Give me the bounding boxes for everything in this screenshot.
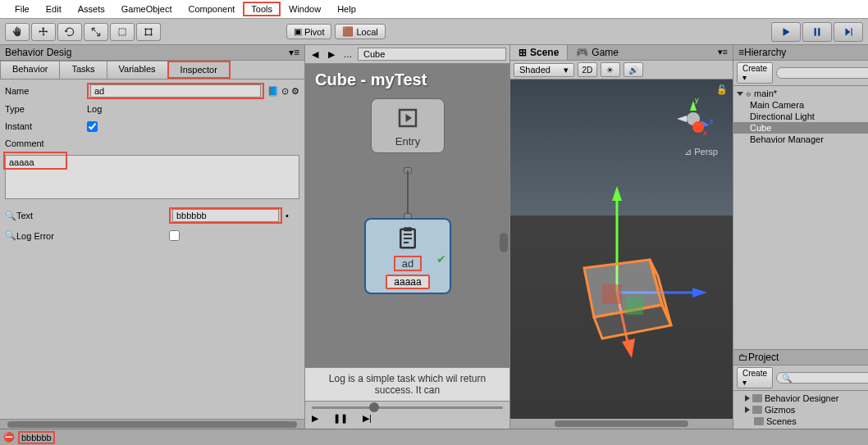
graph-vscroll[interactable] <box>500 233 508 252</box>
svg-line-16 <box>617 293 629 350</box>
type-value: Log <box>87 104 102 114</box>
text-input[interactable] <box>172 209 279 222</box>
pause-button[interactable] <box>802 22 832 42</box>
hierarchy-tree: ⟐ main* Main Camera Directional Light Cu… <box>733 86 868 349</box>
tab-variables[interactable]: Variables <box>107 61 168 79</box>
shading-mode-dropdown[interactable]: Shaded▾ <box>514 63 574 77</box>
hierarchy-search[interactable] <box>776 67 868 79</box>
menu-edit[interactable]: Edit <box>38 2 70 16</box>
hierarchy-scene-root[interactable]: ⟐ main* <box>733 88 868 99</box>
search-icon: 🔍 <box>5 211 16 221</box>
graph-nav-fwd[interactable]: ▶ <box>325 48 338 60</box>
hierarchy-item[interactable]: Behavior Manager <box>733 134 868 145</box>
logerror-label: Log Error <box>16 231 169 241</box>
task-label: ad <box>394 256 422 271</box>
pb-step[interactable]: ▶| <box>363 413 372 424</box>
project-create-dropdown[interactable]: Create ▾ <box>737 367 773 388</box>
lock-icon[interactable]: 🔓 <box>716 84 728 95</box>
tab-inspector[interactable]: Inspector <box>167 61 231 79</box>
svg-rect-17 <box>602 284 622 304</box>
menu-gameobject[interactable]: GameObject <box>113 2 180 16</box>
connector-line <box>407 170 409 218</box>
rect-tool[interactable] <box>110 23 135 41</box>
svg-rect-18 <box>625 297 643 315</box>
pb-pause[interactable]: ❚❚ <box>333 413 348 424</box>
console-status-bar[interactable]: ⛔ bbbbbb <box>0 429 868 445</box>
svg-rect-8 <box>404 227 412 231</box>
scale-tool[interactable] <box>84 23 108 41</box>
orientation-gizmo[interactable]: y z x <box>669 94 718 143</box>
graph-playback: ▶ ❚❚ ▶| <box>305 401 509 429</box>
behavior-designer-panel: Behavior Desig▾≡ Behavior Tasks Variable… <box>0 45 305 429</box>
svg-point-4 <box>144 34 146 35</box>
move-tool[interactable] <box>31 23 56 41</box>
tab-game[interactable]: 🎮 Game <box>568 45 627 60</box>
2d-toggle[interactable]: 2D <box>578 62 597 77</box>
hand-tool[interactable] <box>5 23 30 41</box>
tab-behavior[interactable]: Behavior <box>0 61 60 79</box>
project-folder[interactable]: Scenes <box>733 415 868 427</box>
scene-tab-menu[interactable]: ▾≡ <box>713 45 733 60</box>
scene-viewport[interactable]: y z x 🔓 ⊿ Persp <box>510 79 733 419</box>
log-task-node[interactable]: ✔ ad aaaaa <box>364 218 451 294</box>
gear-icon[interactable]: ⚙ <box>291 86 299 97</box>
entry-node[interactable]: Entry <box>371 98 445 153</box>
text-dot-icon[interactable]: • <box>286 211 289 220</box>
pivot-toggle[interactable]: ▣ Pivot <box>286 24 331 39</box>
transform-tool[interactable] <box>136 23 161 41</box>
tab-tasks[interactable]: Tasks <box>59 61 107 79</box>
comment-label: Comment <box>5 138 87 148</box>
name-input[interactable] <box>90 84 261 98</box>
rotate-tool[interactable] <box>57 23 82 41</box>
entry-icon <box>391 104 424 132</box>
entry-label: Entry <box>395 135 420 148</box>
project-folder[interactable]: Gizmos <box>733 404 868 415</box>
pb-play[interactable]: ▶ <box>312 413 318 424</box>
project-tree: Behavior Designer Gizmos Scenes <box>733 391 868 429</box>
scene-hscroll[interactable] <box>510 419 733 429</box>
hierarchy-item[interactable]: Directional Light <box>733 111 868 122</box>
play-button[interactable] <box>771 22 801 42</box>
logerror-checkbox[interactable] <box>169 230 180 241</box>
menu-assets[interactable]: Assets <box>70 2 113 16</box>
menu-component[interactable]: Component <box>180 2 243 16</box>
error-icon: ⛔ <box>3 432 15 443</box>
graph-nav-back[interactable]: ◀ <box>308 48 322 60</box>
left-hscroll[interactable] <box>0 419 304 429</box>
svg-text:x: x <box>703 129 707 137</box>
search-icon-2: 🔍 <box>5 230 16 241</box>
doc-icon[interactable]: 📘 <box>267 86 279 97</box>
project-search[interactable] <box>776 372 868 384</box>
persp-label[interactable]: ⊿ Persp <box>684 147 718 157</box>
step-button[interactable] <box>834 22 863 42</box>
svg-point-12 <box>692 121 704 133</box>
menu-window[interactable]: Window <box>281 2 329 16</box>
local-toggle[interactable]: 🟫 Local <box>335 24 385 39</box>
svg-point-2 <box>144 28 146 30</box>
hierarchy-item[interactable]: Main Camera <box>733 99 868 111</box>
behavior-graph-panel: ◀ ▶ … Cube Cube - myTest Entry ✔ ad aaaa… <box>305 45 510 429</box>
svg-rect-1 <box>146 29 152 34</box>
menu-file[interactable]: File <box>7 2 38 16</box>
hierarchy-create-dropdown[interactable]: Create ▾ <box>737 62 773 84</box>
playback-slider[interactable] <box>312 406 503 409</box>
menu-help[interactable]: Help <box>329 2 364 16</box>
menu-tools[interactable]: Tools <box>243 2 281 16</box>
project-folder[interactable]: Behavior Designer <box>733 393 868 404</box>
light-toggle[interactable]: ☀ <box>601 62 620 77</box>
graph-nav-more[interactable]: … <box>341 48 354 60</box>
graph-object-field[interactable]: Cube <box>358 48 506 61</box>
hierarchy-item-selected[interactable]: Cube <box>733 122 868 134</box>
menu-bar: File Edit Assets GameObject Component To… <box>0 0 868 19</box>
graph-canvas[interactable]: Cube - myTest Entry ✔ ad aaaaa Log is a … <box>305 64 509 401</box>
instant-label: Instant <box>5 121 87 131</box>
svg-rect-0 <box>119 28 126 34</box>
locate-icon[interactable]: ⊙ <box>281 86 289 97</box>
task-comment: aaaaa <box>386 275 429 289</box>
instant-checkbox[interactable] <box>87 121 98 132</box>
tab-scene[interactable]: ⊞ Scene <box>510 45 568 60</box>
main-toolbar: ▣ Pivot 🟫 Local <box>0 19 868 45</box>
console-message: bbbbbb <box>21 433 52 443</box>
comment-input[interactable]: aaaaa <box>5 155 299 199</box>
audio-toggle[interactable]: 🔊 <box>624 62 643 77</box>
